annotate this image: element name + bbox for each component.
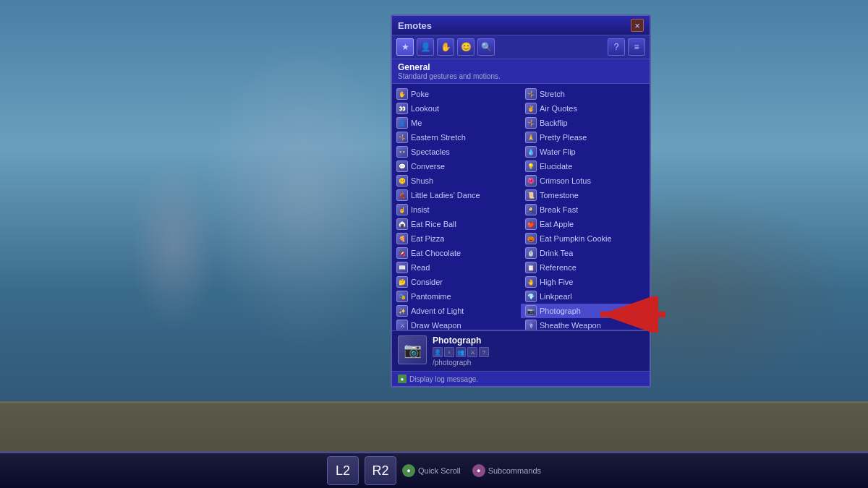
emote-tomestone[interactable]: 📜 Tomestone — [521, 188, 650, 202]
titlebar: Emotes × — [392, 16, 650, 35]
emote-photograph-label: Photograph — [540, 307, 581, 315]
emotes-columns: ✋ Poke 👀 Lookout 👤 Me 🤸 Eastern Stretch … — [392, 87, 650, 330]
subcommands-label: Subcommands — [488, 466, 541, 475]
toolbar-help[interactable]: ? — [608, 38, 625, 56]
emote-poke-label: Poke — [411, 90, 429, 98]
emote-pantomime-label: Pantomime — [411, 292, 451, 301]
emote-eastern-stretch[interactable]: 🤸 Eastern Stretch — [392, 130, 521, 145]
emote-backflip[interactable]: 🤸 Backflip — [521, 116, 650, 130]
emote-eat-rice-ball-label: Eat Rice Ball — [411, 220, 456, 228]
emote-me-label: Me — [411, 119, 422, 127]
emote-shush[interactable]: 🤫 Shush — [392, 174, 521, 188]
emote-break-fast-label: Break Fast — [540, 205, 578, 214]
emote-drink-tea[interactable]: 🍵 Drink Tea — [521, 246, 650, 260]
emote-eat-apple-label: Eat Apple — [540, 220, 574, 228]
emote-eat-chocolate-icon: 🍫 — [396, 247, 408, 259]
emote-high-five[interactable]: 🤚 High Five — [521, 275, 650, 289]
emote-pantomime[interactable]: 🎭 Pantomime — [392, 289, 521, 304]
emote-crimson-lotus[interactable]: 🌺 Crimson Lotus — [521, 174, 650, 188]
emote-spectacles-icon: 👓 — [396, 146, 408, 158]
emote-draw-weapon[interactable]: ⚔ Draw Weapon — [392, 318, 521, 330]
emotes-left-column: ✋ Poke 👀 Lookout 👤 Me 🤸 Eastern Stretch … — [392, 87, 521, 330]
emote-eat-pumpkin-cookie-icon: 🎃 — [525, 233, 537, 244]
emote-eat-apple[interactable]: 🍎 Eat Apple — [521, 217, 650, 231]
emote-little-ladies-dance-icon: 💃 — [396, 189, 408, 201]
emote-lookout-icon: 👀 — [396, 103, 408, 114]
emote-break-fast-icon: 🍳 — [525, 204, 537, 215]
emote-eat-rice-ball[interactable]: 🍙 Eat Rice Ball — [392, 217, 521, 231]
toolbar: ★ 👤 ✋ 😊 🔍 ? ≡ — [392, 35, 650, 59]
emote-stretch-label: Stretch — [540, 90, 565, 98]
emote-poke-icon: ✋ — [396, 88, 408, 100]
detail-command: /photograph — [433, 359, 644, 367]
taskbar-l2[interactable]: L2 — [327, 456, 359, 485]
emote-stretch[interactable]: 🤸 Stretch — [521, 87, 650, 101]
emote-pretty-please[interactable]: 🙏 Pretty Please — [521, 130, 650, 145]
emote-crimson-lotus-label: Crimson Lotus — [540, 176, 591, 185]
emote-sheathe-weapon[interactable]: 🗡 Sheathe Weapon — [521, 318, 650, 330]
emote-water-flip[interactable]: 💧 Water Flip — [521, 145, 650, 159]
emote-eat-pumpkin-cookie[interactable]: 🎃 Eat Pumpkin Cookie — [521, 231, 650, 246]
detail-panel: 📷 Photograph 👤 ♀ 👥 ⚔ ? /photograph — [392, 330, 650, 371]
emote-eat-pizza[interactable]: 🍕 Eat Pizza — [392, 231, 521, 246]
emote-advent-of-light[interactable]: ✨ Advent of Light — [392, 304, 521, 318]
taskbar: L2 R2 ● Quick Scroll ● Subcommands — [0, 452, 868, 488]
emote-insist-label: Insist — [411, 205, 430, 214]
emote-spectacles[interactable]: 👓 Spectacles — [392, 145, 521, 159]
emote-photograph-icon: 📷 — [525, 305, 537, 317]
emote-elucidate-label: Elucidate — [540, 162, 572, 171]
emote-elucidate-icon: 💡 — [525, 160, 537, 172]
toolbar-search[interactable]: 🔍 — [477, 38, 495, 56]
detail-icons-row: 👤 ♀ 👥 ⚔ ? — [433, 347, 644, 357]
emote-reference[interactable]: 📋 Reference — [521, 260, 650, 275]
emote-linkpearl[interactable]: 💎 Linkpearl — [521, 289, 650, 304]
emote-backflip-label: Backflip — [540, 119, 568, 127]
emote-air-quotes[interactable]: ✌ Air Quotes — [521, 101, 650, 116]
emote-eat-chocolate[interactable]: 🍫 Eat Chocolate — [392, 246, 521, 260]
section-title: General — [398, 62, 644, 72]
detail-sub-icon-4: ⚔ — [467, 347, 477, 357]
emote-pretty-please-icon: 🙏 — [525, 132, 537, 143]
emote-lookout[interactable]: 👀 Lookout — [392, 101, 521, 116]
emote-backflip-icon: 🤸 — [525, 117, 537, 129]
taskbar-subcommands: ● Subcommands — [472, 464, 541, 477]
emote-spectacles-label: Spectacles — [411, 147, 450, 156]
emote-converse[interactable]: 💬 Converse — [392, 159, 521, 174]
emotes-list[interactable]: ✋ Poke 👀 Lookout 👤 Me 🤸 Eastern Stretch … — [392, 84, 650, 330]
close-button[interactable]: × — [631, 19, 644, 32]
emote-drink-tea-icon: 🍵 — [525, 247, 537, 259]
toolbar-gesture[interactable]: ✋ — [437, 38, 454, 56]
emotes-footer: ● Display log message. — [392, 371, 650, 386]
emote-poke[interactable]: ✋ Poke — [392, 87, 521, 101]
emote-eastern-stretch-label: Eastern Stretch — [411, 133, 466, 142]
emote-tomestone-label: Tomestone — [540, 191, 579, 200]
emote-insist[interactable]: ☝ Insist — [392, 202, 521, 217]
emote-pretty-please-label: Pretty Please — [540, 133, 587, 142]
toolbar-emote[interactable]: 😊 — [457, 38, 475, 56]
emote-break-fast[interactable]: 🍳 Break Fast — [521, 202, 650, 217]
window-title: Emotes — [398, 20, 432, 31]
emote-photograph[interactable]: 📷 Photograph — [521, 304, 650, 318]
emote-advent-of-light-label: Advent of Light — [411, 307, 464, 315]
emote-reference-icon: 📋 — [525, 262, 537, 273]
toolbar-settings[interactable]: ≡ — [628, 38, 645, 56]
emote-elucidate[interactable]: 💡 Elucidate — [521, 159, 650, 174]
section-subtitle: Standard gestures and motions. — [398, 72, 644, 80]
detail-info: Photograph 👤 ♀ 👥 ⚔ ? /photograph — [433, 335, 644, 367]
emote-consider-icon: 🤔 — [396, 276, 408, 288]
detail-sub-icon-2: ♀ — [444, 347, 454, 357]
emote-me[interactable]: 👤 Me — [392, 116, 521, 130]
emote-air-quotes-label: Air Quotes — [540, 104, 577, 113]
emote-tomestone-icon: 📜 — [525, 189, 537, 201]
taskbar-r2[interactable]: R2 — [365, 456, 396, 485]
emote-consider[interactable]: 🤔 Consider — [392, 275, 521, 289]
emote-read-icon: 📖 — [396, 262, 408, 273]
toolbar-favorites[interactable]: ★ — [396, 38, 414, 56]
emote-little-ladies-dance[interactable]: 💃 Little Ladies' Dance — [392, 188, 521, 202]
emote-converse-label: Converse — [411, 162, 445, 171]
emote-draw-weapon-label: Draw Weapon — [411, 321, 461, 330]
emote-read[interactable]: 📖 Read — [392, 260, 521, 275]
emote-high-five-label: High Five — [540, 278, 573, 286]
toolbar-character[interactable]: 👤 — [417, 38, 434, 56]
emote-eat-pizza-icon: 🍕 — [396, 233, 408, 244]
